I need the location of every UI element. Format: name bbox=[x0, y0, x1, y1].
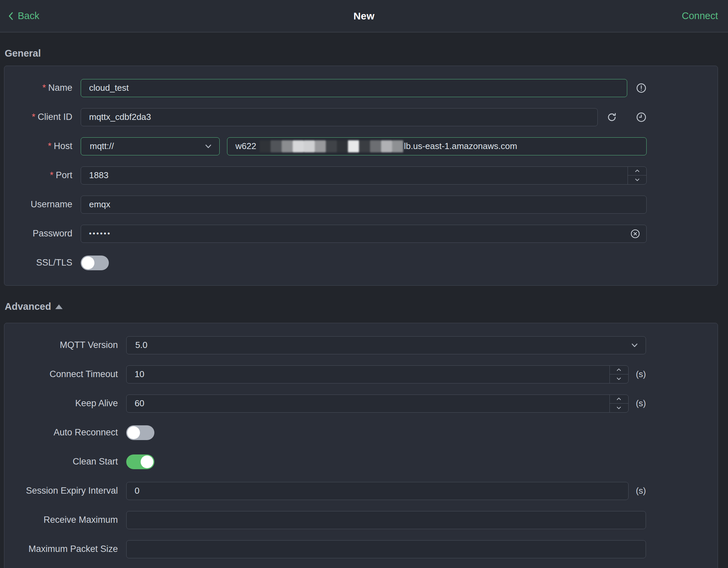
connect-button[interactable]: Connect bbox=[682, 10, 718, 21]
general-section-header: General bbox=[5, 48, 718, 59]
field-row-password: Password bbox=[4, 219, 718, 248]
advanced-header-label: Advanced bbox=[5, 301, 51, 312]
general-card: *Name *Client ID bbox=[4, 66, 718, 286]
port-label: Port bbox=[56, 170, 72, 180]
connect-timeout-label: Connect Timeout bbox=[50, 369, 118, 379]
connect-timeout-input-box bbox=[126, 365, 629, 383]
required-marker: * bbox=[42, 83, 46, 93]
required-marker: * bbox=[32, 112, 35, 122]
refresh-icon[interactable] bbox=[606, 112, 617, 123]
stepper-up-button[interactable] bbox=[610, 366, 628, 375]
back-label: Back bbox=[18, 10, 39, 21]
form-content: General *Name bbox=[0, 48, 728, 568]
port-stepper bbox=[628, 167, 646, 184]
chevron-down-icon bbox=[630, 341, 639, 350]
port-input[interactable] bbox=[81, 167, 646, 184]
clear-circle-x-icon[interactable] bbox=[630, 229, 640, 239]
ssl-toggle[interactable] bbox=[81, 256, 109, 270]
stepper-down-button[interactable] bbox=[610, 374, 628, 383]
name-input[interactable] bbox=[81, 79, 627, 97]
field-row-max-packet-size: Maximum Packet Size bbox=[4, 535, 718, 564]
seconds-unit-label: (s) bbox=[636, 398, 646, 409]
auto-reconnect-label: Auto Reconnect bbox=[54, 427, 118, 437]
advanced-card: MQTT Version 5.0 Connect Timeout bbox=[4, 323, 718, 568]
warning-circle-icon bbox=[636, 83, 647, 93]
username-input-box bbox=[81, 196, 647, 214]
port-input-box bbox=[81, 166, 647, 185]
host-protocol-select[interactable]: mqtt:// bbox=[81, 137, 220, 155]
mqtt-version-label: MQTT Version bbox=[60, 340, 118, 350]
session-expiry-input-box bbox=[126, 482, 629, 500]
receive-maximum-input[interactable] bbox=[127, 511, 646, 529]
clean-start-label: Clean Start bbox=[73, 456, 118, 467]
seconds-unit-label: (s) bbox=[636, 486, 646, 496]
session-expiry-input[interactable] bbox=[127, 482, 628, 500]
host-protocol-value: mqtt:// bbox=[90, 141, 114, 151]
advanced-section-header[interactable]: Advanced bbox=[5, 301, 718, 312]
host-value-prefix: w622 bbox=[235, 141, 256, 151]
keep-alive-input[interactable] bbox=[127, 395, 628, 412]
ssl-label: SSL/TLS bbox=[36, 258, 72, 268]
username-label: Username bbox=[30, 199, 72, 209]
required-marker: * bbox=[48, 141, 52, 151]
host-label: Host bbox=[54, 141, 72, 151]
field-row-receive-maximum: Receive Maximum bbox=[4, 505, 718, 535]
max-packet-size-input[interactable] bbox=[127, 541, 646, 558]
client-id-label: Client ID bbox=[38, 112, 72, 122]
stepper-down-button[interactable] bbox=[610, 404, 628, 412]
password-label: Password bbox=[32, 228, 72, 238]
stepper-up-button[interactable] bbox=[628, 167, 646, 176]
auto-reconnect-toggle[interactable] bbox=[126, 425, 154, 440]
name-label: Name bbox=[48, 83, 72, 93]
host-value-suffix: lb.us-east-1.amazonaws.com bbox=[404, 141, 517, 151]
field-row-host: *Host mqtt:// w622 lb.us-east-1.amazonaw… bbox=[4, 132, 718, 161]
topbar: Back New Connect bbox=[0, 0, 728, 32]
clean-start-toggle[interactable] bbox=[126, 454, 154, 469]
field-row-connect-timeout: Connect Timeout ( bbox=[4, 360, 718, 389]
field-row-auto-reconnect: Auto Reconnect bbox=[4, 418, 718, 447]
field-row-client-id: *Client ID bbox=[4, 102, 718, 132]
name-input-box bbox=[81, 79, 627, 97]
host-input[interactable]: w622 lb.us-east-1.amazonaws.com bbox=[227, 137, 647, 155]
new-connection-page: Back New Connect General *Name bbox=[0, 0, 728, 568]
password-input[interactable] bbox=[81, 225, 646, 242]
connect-timeout-input[interactable] bbox=[127, 366, 628, 383]
receive-maximum-input-box bbox=[126, 511, 646, 529]
session-expiry-label: Session Expiry Interval bbox=[26, 486, 118, 496]
username-input[interactable] bbox=[81, 196, 646, 213]
field-row-clean-start: Clean Start bbox=[4, 447, 718, 476]
chevron-down-icon bbox=[204, 142, 213, 151]
field-row-ssl: SSL/TLS bbox=[4, 248, 718, 277]
stepper-down-button[interactable] bbox=[628, 175, 646, 184]
toggle-knob bbox=[141, 455, 153, 468]
mqtt-version-select[interactable]: 5.0 bbox=[126, 336, 646, 354]
field-row-port: *Port bbox=[4, 161, 718, 190]
field-row-session-expiry: Session Expiry Interval (s) bbox=[4, 476, 718, 505]
max-packet-size-input-box bbox=[126, 540, 646, 558]
client-id-input-box bbox=[81, 108, 598, 126]
receive-maximum-label: Receive Maximum bbox=[44, 515, 118, 525]
keep-alive-input-box bbox=[126, 395, 629, 413]
password-input-box bbox=[81, 225, 647, 243]
field-row-keep-alive: Keep Alive (s) bbox=[4, 389, 718, 418]
toggle-knob bbox=[82, 257, 94, 269]
max-packet-size-label: Maximum Packet Size bbox=[28, 544, 118, 554]
keep-alive-stepper bbox=[609, 395, 628, 412]
host-redacted-blur bbox=[260, 140, 403, 152]
page-title: New bbox=[353, 10, 374, 22]
chevron-left-icon bbox=[7, 11, 15, 21]
mqtt-version-value: 5.0 bbox=[135, 340, 147, 350]
connect-timeout-stepper bbox=[609, 366, 628, 383]
field-row-mqtt-version: MQTT Version 5.0 bbox=[4, 331, 718, 360]
field-row-username: Username bbox=[4, 190, 718, 219]
stepper-up-button[interactable] bbox=[610, 395, 628, 404]
general-header-label: General bbox=[5, 48, 41, 59]
required-marker: * bbox=[50, 170, 54, 180]
field-row-name: *Name bbox=[4, 73, 718, 102]
seconds-unit-label: (s) bbox=[636, 369, 646, 379]
caret-up-icon bbox=[55, 304, 63, 309]
client-id-input[interactable] bbox=[81, 109, 597, 126]
toggle-knob bbox=[127, 426, 140, 439]
back-button[interactable]: Back bbox=[7, 10, 39, 21]
history-clock-icon[interactable] bbox=[636, 112, 647, 123]
